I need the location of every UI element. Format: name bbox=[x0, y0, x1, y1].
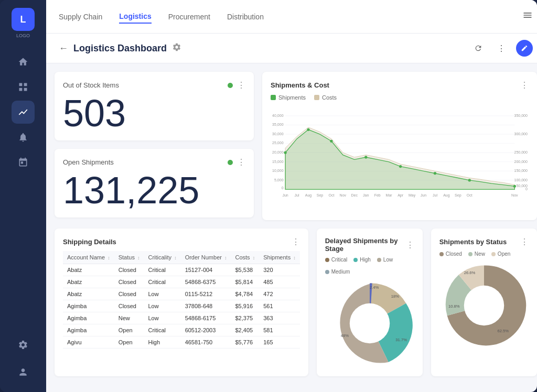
nav-logistics[interactable]: Logistics bbox=[119, 10, 151, 24]
table-row[interactable]: Abatz Closed Low 0115-5212 $4,784 472 bbox=[63, 288, 300, 300]
shipping-table-container: Account Name ↕ Status ↕ Criticality ↕ Or… bbox=[63, 251, 300, 349]
col-status[interactable]: Status ↕ bbox=[114, 251, 144, 264]
svg-text:Jan: Jan bbox=[363, 193, 369, 197]
hamburger-menu[interactable] bbox=[522, 10, 533, 23]
col-shipments[interactable]: Shipments ↕ bbox=[259, 251, 300, 264]
status-title: Shipments by Status bbox=[439, 238, 507, 246]
svg-text:100,000: 100,000 bbox=[514, 178, 528, 182]
svg-text:250,000: 250,000 bbox=[514, 150, 528, 154]
status-indicator-2 bbox=[228, 160, 233, 165]
status-pie-container: 62.5% 10.8% 26.6% bbox=[439, 261, 529, 350]
svg-text:Jun: Jun bbox=[421, 193, 426, 197]
chart-legend: Shipments Costs bbox=[271, 94, 529, 101]
table-row[interactable]: Agimba Open Critical 60512-2003 $2,405 5… bbox=[63, 324, 300, 336]
svg-text:150,000: 150,000 bbox=[514, 169, 528, 172]
table-row[interactable]: Abatz Closed Critical 15127-004 $5,538 3… bbox=[63, 264, 300, 276]
sidebar-item-chart[interactable] bbox=[12, 101, 35, 124]
svg-text:Nov: Nov bbox=[340, 193, 347, 197]
legend-medium: Medium bbox=[325, 269, 350, 275]
cell-shipments: 485 bbox=[259, 276, 300, 288]
sidebar-item-calendar[interactable] bbox=[12, 151, 35, 174]
svg-text:300,000: 300,000 bbox=[514, 132, 528, 136]
card-menu-oos[interactable]: ⋮ bbox=[237, 80, 245, 90]
cell-shipments: 581 bbox=[259, 324, 300, 336]
svg-text:20,000: 20,000 bbox=[272, 150, 284, 154]
table-row[interactable]: Abatz Closed Critical 54868-6375 $5,814 … bbox=[63, 276, 300, 288]
cell-order: 15127-004 bbox=[181, 264, 231, 276]
logo-box[interactable]: L bbox=[12, 8, 35, 31]
svg-text:10,000: 10,000 bbox=[272, 169, 284, 172]
cell-account: Agimba bbox=[63, 300, 114, 312]
svg-text:26.6%: 26.6% bbox=[464, 271, 475, 276]
svg-text:0: 0 bbox=[525, 187, 528, 191]
cell-status: New bbox=[114, 312, 144, 324]
cell-order: 46581-750 bbox=[181, 336, 231, 349]
edit-button[interactable] bbox=[516, 40, 533, 57]
svg-point-27 bbox=[307, 128, 309, 131]
table-row[interactable]: Agimba New Low 54868-6175 $2,375 363 bbox=[63, 312, 300, 324]
svg-text:Oct: Oct bbox=[328, 193, 334, 197]
shipping-details-menu[interactable]: ⋮ bbox=[292, 237, 300, 247]
sidebar-item-grid[interactable] bbox=[12, 75, 35, 99]
cell-shipments: 363 bbox=[259, 312, 300, 324]
back-button[interactable]: ← bbox=[59, 43, 68, 54]
nav-distribution[interactable]: Distribution bbox=[227, 10, 264, 23]
legend-high: High bbox=[353, 257, 371, 263]
col-order[interactable]: Order Number ↕ bbox=[181, 251, 231, 264]
delayed-title: Delayed Shipments by Stage bbox=[325, 237, 406, 253]
delayed-header: Delayed Shipments by Stage ⋮ bbox=[325, 237, 414, 253]
sidebar-nav bbox=[12, 46, 35, 333]
shipments-status-card: Shipments by Status ⋮ Closed New bbox=[431, 228, 537, 376]
delayed-menu[interactable]: ⋮ bbox=[406, 240, 414, 250]
svg-text:Oct: Oct bbox=[467, 193, 472, 197]
sidebar-item-profile[interactable] bbox=[12, 361, 35, 384]
col-costs[interactable]: Costs ↕ bbox=[231, 251, 259, 264]
status-header: Shipments by Status ⋮ bbox=[439, 237, 529, 247]
svg-text:Aug: Aug bbox=[443, 193, 450, 198]
col-criticality[interactable]: Criticality ↕ bbox=[144, 251, 180, 264]
cell-status: Closed bbox=[114, 264, 144, 276]
svg-point-29 bbox=[364, 156, 367, 158]
legend-critical: Critical bbox=[325, 257, 348, 263]
page-header: ← Logistics Dashboard ⋮ bbox=[46, 34, 537, 63]
status-menu[interactable]: ⋮ bbox=[520, 237, 529, 247]
sidebar-item-settings[interactable] bbox=[12, 333, 35, 356]
svg-text:48%: 48% bbox=[340, 333, 348, 338]
settings-icon[interactable] bbox=[172, 42, 181, 54]
cell-costs: $4,784 bbox=[231, 288, 259, 300]
sidebar-bottom bbox=[12, 333, 35, 392]
cell-costs: $5,814 bbox=[231, 276, 259, 288]
sidebar-item-bell[interactable] bbox=[12, 126, 35, 149]
col-account[interactable]: Account Name ↕ bbox=[63, 251, 114, 264]
dashboard: Out of Stock Items ⋮ 503 Open Shipments bbox=[46, 63, 537, 392]
nav-procurement[interactable]: Procurement bbox=[168, 10, 210, 23]
cell-status: Open bbox=[114, 336, 144, 349]
sidebar-item-home[interactable] bbox=[12, 50, 35, 73]
card-menu-os[interactable]: ⋮ bbox=[237, 157, 245, 167]
table-row[interactable]: Agivu Open High 46581-750 $5,776 165 bbox=[63, 336, 300, 349]
cell-shipments: 561 bbox=[259, 300, 300, 312]
delayed-shipments-card: Delayed Shipments by Stage ⋮ Critical Hi… bbox=[317, 228, 423, 376]
legend-medium-dot bbox=[325, 270, 329, 274]
nav-supply-chain[interactable]: Supply Chain bbox=[59, 10, 102, 23]
table-row[interactable]: Agimba Closed Low 37808-648 $5,916 561 bbox=[63, 300, 300, 312]
cell-status: Closed bbox=[114, 288, 144, 300]
out-of-stock-value: 503 bbox=[63, 94, 245, 132]
chart-menu[interactable]: ⋮ bbox=[520, 80, 529, 90]
cell-criticality: Critical bbox=[144, 324, 180, 336]
cell-shipments: 165 bbox=[259, 336, 300, 349]
status-indicator bbox=[228, 83, 233, 88]
cell-status: Closed bbox=[114, 300, 144, 312]
cell-criticality: Low bbox=[144, 300, 180, 312]
sidebar-logo: L LOGO bbox=[0, 0, 46, 46]
open-shipments-value: 131,225 bbox=[63, 171, 245, 209]
svg-text:35,000: 35,000 bbox=[272, 123, 284, 126]
legend-costs-icon bbox=[314, 95, 319, 100]
legend-open: Open bbox=[491, 251, 510, 257]
refresh-button[interactable] bbox=[470, 40, 487, 57]
more-options-button[interactable]: ⋮ bbox=[493, 40, 510, 57]
cell-costs: $5,776 bbox=[231, 336, 259, 349]
legend-low-dot bbox=[377, 258, 381, 262]
header-actions: ⋮ bbox=[470, 40, 533, 57]
legend-critical-dot bbox=[325, 258, 329, 262]
